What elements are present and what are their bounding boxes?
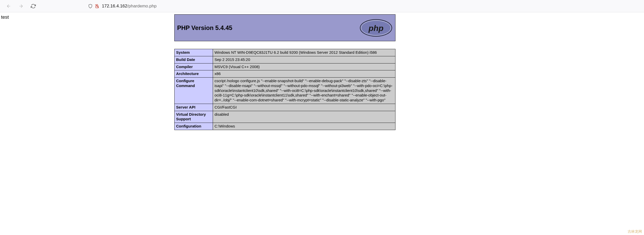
- info-value: C:\Windows: [213, 123, 395, 130]
- browser-toolbar: 172.16.4.162/phardemo.php: [0, 0, 644, 12]
- forward-button[interactable]: [17, 3, 25, 10]
- info-value: MSVC9 (Visual C++ 2008): [213, 63, 395, 70]
- nav-buttons: [5, 3, 37, 10]
- table-row: Server APICGI/FastCGI: [175, 104, 395, 111]
- back-button[interactable]: [5, 3, 12, 10]
- lock-insecure-icon[interactable]: [95, 4, 99, 8]
- info-value: Windows NT WIN-D9EQC83J1TU 6.2 build 920…: [213, 49, 395, 56]
- phpinfo-container: PHP Version 5.4.45 php SystemWindows NT …: [174, 14, 395, 130]
- info-label: Configure Command: [175, 78, 213, 104]
- info-value: CGI/FastCGI: [213, 104, 395, 111]
- phpinfo-table: SystemWindows NT WIN-D9EQC83J1TU 6.2 bui…: [174, 49, 395, 130]
- arrow-left-icon: [6, 4, 11, 9]
- reload-button[interactable]: [30, 3, 37, 10]
- table-row: Architecturex86: [175, 70, 395, 78]
- info-label: Server API: [175, 104, 213, 111]
- php-logo-icon: php: [359, 19, 393, 37]
- info-value: cscript /nologo configure.js "--enable-s…: [213, 78, 395, 104]
- info-label: Configuration: [175, 123, 213, 130]
- table-row: ConfigurationC:\Windows: [175, 123, 395, 130]
- info-label: Build Date: [175, 56, 213, 63]
- url-display: 172.16.4.162/phardemo.php: [102, 4, 157, 9]
- table-row: Virtual Directory Supportdisabled: [175, 111, 395, 123]
- arrow-right-icon: [18, 4, 24, 9]
- info-label: Compiler: [175, 63, 213, 70]
- table-row: Build DateSep 2 2015 23:45:20: [175, 56, 395, 63]
- page-content: test PHP Version 5.4.45 php SystemWindow…: [0, 12, 644, 132]
- table-row: Configure Commandcscript /nologo configu…: [175, 78, 395, 104]
- svg-text:php: php: [368, 24, 384, 33]
- info-value: Sep 2 2015 23:45:20: [213, 56, 395, 63]
- reload-icon: [31, 4, 36, 9]
- address-bar[interactable]: 172.16.4.162/phardemo.php: [88, 4, 157, 9]
- url-host: 172.16.4.162: [102, 4, 127, 8]
- table-row: CompilerMSVC9 (Visual C++ 2008): [175, 63, 395, 70]
- info-label: System: [175, 49, 213, 56]
- table-row: SystemWindows NT WIN-D9EQC83J1TU 6.2 bui…: [175, 49, 395, 56]
- security-icons: [88, 4, 99, 8]
- php-version-title: PHP Version 5.4.45: [177, 24, 232, 31]
- shield-icon[interactable]: [88, 4, 93, 8]
- info-label: Architecture: [175, 70, 213, 78]
- phpinfo-header: PHP Version 5.4.45 php: [174, 14, 395, 41]
- info-value: disabled: [213, 111, 395, 123]
- info-label: Virtual Directory Support: [175, 111, 213, 123]
- info-value: x86: [213, 70, 395, 78]
- url-path: /phardemo.php: [127, 4, 156, 8]
